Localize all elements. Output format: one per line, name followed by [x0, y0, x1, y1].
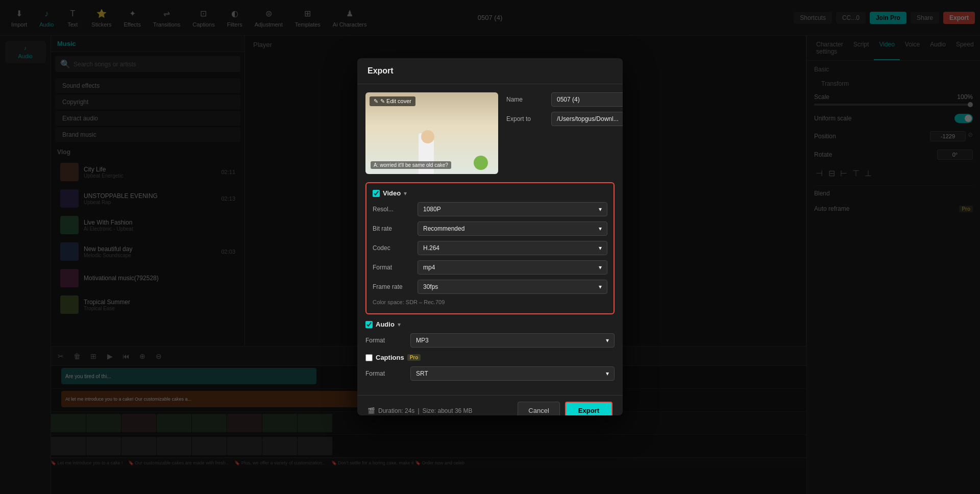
chevron-down-icon: ▾ [606, 370, 609, 377]
codec-row: Codec H.264 ▾ [373, 241, 607, 255]
chevron-down-icon: ▾ [599, 264, 602, 271]
chevron-down-icon: ▾ [606, 337, 609, 344]
modal-settings: Name Export to /Users/topgus/Downl... 📁 [506, 92, 623, 174]
chevron-down-icon: ▾ [599, 244, 602, 252]
audio-checkbox[interactable] [365, 321, 373, 328]
export-to-label: Export to [506, 115, 547, 122]
export-to-select[interactable]: /Users/topgus/Downl... [551, 112, 623, 126]
name-label: Name [506, 96, 547, 103]
frame-rate-label: Frame rate [373, 283, 413, 290]
edit-cover-button[interactable]: ✎ ✎ Edit cover [370, 96, 415, 106]
chevron-down-icon: ▾ [599, 283, 602, 290]
captions-format-select[interactable]: SRT ▾ [410, 366, 615, 381]
video-section-name: Video [383, 189, 401, 197]
export-button[interactable]: Export [565, 402, 612, 415]
figure-head [421, 130, 434, 143]
modal-footer: 🎬 Duration: 24s | Size: about 36 MB Canc… [357, 395, 623, 415]
film-strip-icon: 🎬 [368, 407, 375, 414]
audio-section-name: Audio [376, 320, 395, 328]
color-space-text: Color space: SDR – Rec.709 [373, 299, 607, 305]
footer-actions: Cancel Export [518, 402, 612, 415]
export-modal: Export ✎ ✎ Edit cover A: worried it'll b… [357, 58, 623, 415]
name-row: Name [506, 92, 623, 107]
captions-pro-badge: Pro [407, 354, 421, 361]
bit-rate-label: Bit rate [373, 225, 413, 232]
name-input[interactable] [551, 92, 623, 107]
video-section: Video ▾ Resol... 1080P ▾ Bit rate Recomm… [365, 182, 615, 314]
modal-body: ✎ ✎ Edit cover A: worried it'll be same … [357, 84, 623, 182]
modal-overlay: Export ✎ ✎ Edit cover A: worried it'll b… [0, 0, 980, 494]
export-to-row: Export to /Users/topgus/Downl... 📁 [506, 112, 623, 126]
captions-format-label: Format [365, 370, 406, 377]
bit-rate-select[interactable]: Recommended ▾ [418, 221, 607, 236]
audio-format-label: Format [365, 337, 406, 344]
audio-format-row: Format MP3 ▾ [365, 333, 615, 348]
bit-rate-row: Bit rate Recommended ▾ [373, 221, 607, 236]
captions-section-name: Captions [376, 354, 404, 361]
audio-section: Audio ▾ Format MP3 ▾ [365, 320, 615, 348]
chevron-down-icon: ▾ [599, 206, 602, 213]
captions-section: Captions Pro Format SRT ▾ [365, 354, 615, 381]
footer-info: 🎬 Duration: 24s | Size: about 36 MB [368, 407, 473, 414]
preview-subtitle-text: A: worried it'll be same old cake? [371, 161, 451, 169]
captions-checkbox[interactable] [365, 354, 373, 361]
frame-rate-select[interactable]: 30fps ▾ [418, 280, 607, 294]
pencil-icon: ✎ [374, 98, 378, 105]
frame-rate-row: Frame rate 30fps ▾ [373, 280, 607, 294]
apple-fruit [474, 156, 488, 170]
audio-section-header: Audio ▾ [365, 320, 615, 328]
format-row: Format mp4 ▾ [373, 260, 607, 275]
video-section-header: Video ▾ [373, 189, 607, 197]
video-checkbox[interactable] [373, 190, 380, 197]
modal-scrollable: Video ▾ Resol... 1080P ▾ Bit rate Recomm… [357, 182, 623, 395]
video-format-label: Format [373, 264, 413, 271]
audio-expand-icon[interactable]: ▾ [398, 321, 401, 328]
chevron-down-icon: ▾ [599, 225, 602, 232]
resolution-row: Resol... 1080P ▾ [373, 202, 607, 216]
resolution-label: Resol... [373, 206, 413, 213]
audio-format-select[interactable]: MP3 ▾ [410, 333, 615, 348]
cancel-button[interactable]: Cancel [518, 402, 559, 415]
resolution-select[interactable]: 1080P ▾ [418, 202, 607, 216]
video-format-select[interactable]: mp4 ▾ [418, 260, 607, 275]
codec-label: Codec [373, 244, 413, 252]
captions-format-row: Format SRT ▾ [365, 366, 615, 381]
footer-separator: | [418, 407, 419, 414]
video-expand-icon[interactable]: ▾ [404, 190, 407, 197]
modal-preview: ✎ ✎ Edit cover A: worried it'll be same … [365, 92, 498, 174]
codec-select[interactable]: H.264 ▾ [418, 241, 607, 255]
captions-section-header: Captions Pro [365, 354, 615, 361]
modal-title: Export [357, 58, 623, 84]
